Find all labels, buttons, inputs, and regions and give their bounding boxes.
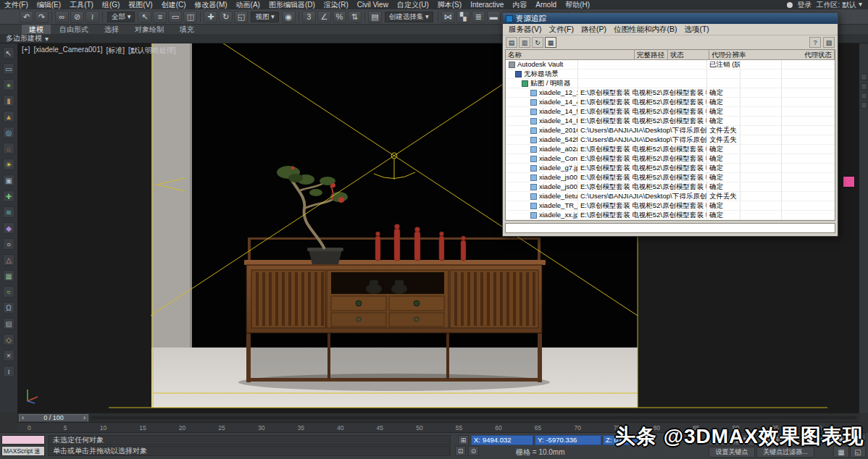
window-crossing-icon[interactable]: ◫	[183, 11, 197, 23]
menu-item[interactable]: 帮助(H)	[561, 0, 594, 10]
light-icon[interactable]: ☀	[3, 159, 14, 170]
select-object-icon[interactable]: ↖	[138, 11, 151, 23]
hatch-icon[interactable]: ▧	[3, 318, 14, 329]
rectangular-region-icon[interactable]: ▭	[168, 11, 182, 23]
ribbon-tab[interactable]: 自由形式	[52, 25, 96, 34]
frame-forward-arrow[interactable]: ›	[83, 414, 85, 421]
grid-helper-icon[interactable]: ▦	[3, 270, 14, 282]
menu-item[interactable]: 编辑(E)	[33, 0, 65, 10]
dialog-titlebar[interactable]: 资源追踪	[503, 13, 838, 24]
menu-item[interactable]: 脚本(S)	[433, 0, 466, 10]
table-row[interactable]: xiadele_14_5... E:\原创模型套装 电视柜52\原创模型套装 电…	[506, 107, 835, 117]
login-button[interactable]: 登录	[797, 0, 811, 10]
align-icon[interactable]: ▚	[456, 11, 470, 23]
plane-icon[interactable]: ▭	[3, 63, 14, 75]
separator[interactable]	[102, 12, 103, 22]
x-coordinate-field[interactable]: X: 9494.032	[471, 435, 533, 445]
table-row[interactable]: xiadele_14_F... E:\原创模型套装 电视柜52\原创模型套装 电…	[506, 117, 835, 126]
wave-icon[interactable]: ≈	[3, 286, 14, 298]
menu-item[interactable]: 自定义(U)	[393, 0, 433, 10]
reference-coordinate-dropdown[interactable]: 视图 ▾	[251, 12, 278, 22]
teapot-icon[interactable]: ⌂	[3, 143, 14, 154]
menu-item[interactable]: 组(G)	[98, 0, 124, 10]
column-header[interactable]: 代理状态	[802, 50, 835, 59]
spacewarp-icon[interactable]: ≋	[3, 206, 14, 218]
cone-icon[interactable]: ▲	[3, 111, 14, 122]
viewport-shading-label[interactable]: [默认明暗处理]	[128, 46, 176, 56]
column-header[interactable]: 状态	[668, 50, 709, 59]
named-sets-dropdown[interactable]: 创建选择集 ▾	[385, 12, 433, 22]
color-swatch[interactable]	[843, 176, 855, 188]
compound-icon[interactable]: ◆	[3, 222, 14, 234]
table-row[interactable]: xiadele_xx.jpg E:\原创模型套装 电视柜52\原创模型套装 电.…	[506, 211, 835, 220]
menu-item[interactable]: Interactive	[466, 1, 508, 9]
gem-icon[interactable]: ◇	[3, 334, 14, 345]
table-row[interactable]: 贴图 / 明暗器	[506, 79, 835, 88]
column-header[interactable]: 完整路径	[635, 50, 668, 59]
table-row[interactable]: 无标题场景	[506, 70, 835, 79]
table-row[interactable]: xiadele_tietu... C:\Users\BANJIAJIA\Desk…	[506, 192, 835, 201]
table-row[interactable]: xiadele_js00... E:\原创模型套装 电视柜52\原创模型套装 电…	[506, 182, 835, 192]
cylinder-icon[interactable]: ▮	[3, 95, 14, 106]
time-slider-track[interactable]	[91, 416, 856, 419]
time-slider-handle[interactable]: ‹ 0 / 100 ›	[19, 414, 88, 422]
frame-back-arrow[interactable]: ‹	[22, 414, 24, 421]
separator[interactable]	[364, 12, 365, 22]
table-row[interactable]: xiadele_g7.jpg E:\原创模型套装 电视柜52\原创模型套装 电.…	[506, 164, 835, 173]
circle-shape-icon[interactable]: ○	[3, 238, 14, 250]
use-pivot-center-icon[interactable]: ◉	[282, 11, 296, 23]
menu-item[interactable]: 工具(T)	[65, 0, 98, 10]
help-icon[interactable]: ?	[809, 37, 821, 48]
angle-snap-icon[interactable]: ∠	[317, 11, 331, 23]
maxscript-listener[interactable]: MAXScript 迷	[1, 446, 45, 456]
unlink-icon[interactable]: ⊘	[70, 11, 84, 23]
menu-item[interactable]: 内容	[508, 0, 531, 10]
dialog-menu-item[interactable]: 服务器(V)	[505, 25, 546, 35]
viewport-plus-menu[interactable]: [+]	[22, 46, 30, 56]
menu-item[interactable]: 渲染(R)	[320, 0, 353, 10]
scale-icon[interactable]: ◱	[234, 11, 248, 23]
isolate-selection-icon[interactable]: ⊡	[455, 446, 466, 456]
selection-lock-icon[interactable]: ⊙	[468, 446, 479, 456]
menu-item[interactable]: 文件(F)	[0, 0, 33, 10]
spinner-snap-icon[interactable]: ⇅	[348, 11, 362, 23]
snap-toggle-icon[interactable]: 3	[302, 11, 316, 23]
y-coordinate-field[interactable]: Y: -5970.336	[535, 435, 601, 445]
panel-tab-icon[interactable]	[861, 102, 867, 109]
ribbon-tab[interactable]: 填充	[172, 25, 201, 34]
percent-snap-icon[interactable]: %	[333, 11, 346, 23]
column-header[interactable]: 代理分辨率	[709, 50, 802, 59]
layer-manager-icon[interactable]: ≣	[472, 11, 485, 23]
viewport-camera-label[interactable]: [xiadele_Camera001]	[33, 46, 102, 56]
menu-item[interactable]: 视图(V)	[124, 0, 157, 10]
menu-item[interactable]: 创建(C)	[157, 0, 191, 10]
time-slider[interactable]: ‹ 0 / 100 ›	[17, 413, 859, 422]
select-cursor-icon[interactable]: ↖	[3, 47, 14, 59]
helpers-icon[interactable]: ✚	[3, 190, 14, 202]
mirror-icon[interactable]: ⋈	[441, 11, 455, 23]
ribbon-tab[interactable]: 对象绘制	[128, 25, 171, 34]
column-header[interactable]: 名称	[506, 50, 635, 59]
table-row[interactable]: xiadele_2016... C:\Users\BANJIAJIA\Deskt…	[506, 126, 835, 135]
delete-icon[interactable]: ×	[3, 350, 14, 361]
ribbon-tab[interactable]: 选择	[97, 25, 126, 34]
dialog-menu-item[interactable]: 路径(P)	[577, 25, 610, 35]
table-row[interactable]: xiadele_js00... E:\原创模型套装 电视柜52\原创模型套装 电…	[506, 173, 835, 182]
bone-icon[interactable]: Ω	[3, 302, 14, 313]
camera-icon[interactable]: ▣	[3, 174, 14, 186]
dialog-menu-item[interactable]: 位图性能和内存(B)	[610, 25, 681, 35]
separator[interactable]	[200, 12, 201, 22]
panel-tab-icon[interactable]	[861, 93, 867, 99]
hierarchy-view-icon[interactable]: ▤	[506, 37, 517, 48]
ribbon-toggle-icon[interactable]: ▬	[487, 11, 501, 23]
triangle-shape-icon[interactable]: △	[3, 254, 14, 266]
table-row[interactable]: xiadele_TR_1... E:\原创模型套装 电视柜52\原创模型套装 电…	[506, 201, 835, 211]
redo-icon[interactable]: ↷	[35, 11, 49, 23]
rotate-icon[interactable]: ↻	[219, 11, 233, 23]
bind-spacewarp-icon[interactable]: ≀	[85, 11, 99, 23]
dialog-status-field[interactable]	[505, 223, 835, 233]
viewport-standard-label[interactable]: [标准]	[106, 46, 125, 56]
torus-icon[interactable]: ◎	[3, 127, 14, 138]
absolute-mode-icon[interactable]: ⊞	[458, 435, 469, 445]
panel-tab-icon[interactable]	[861, 83, 867, 90]
